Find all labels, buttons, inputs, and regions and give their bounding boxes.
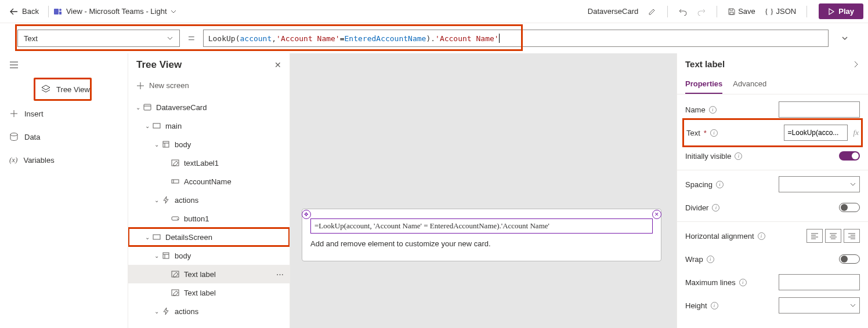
tab-properties[interactable]: Properties [685, 75, 722, 94]
prop-row-halign: Horizontal alignmenti [685, 224, 860, 247]
tree-item-label: main [165, 122, 182, 130]
rail-variables[interactable]: (x) Variables [0, 148, 128, 172]
property-selector-value: Text [24, 34, 38, 43]
info-icon[interactable]: i [735, 152, 742, 160]
tree-item-main[interactable]: ⌄ main [128, 116, 290, 135]
tree-item-body-2[interactable]: ⌄ body [128, 246, 290, 265]
visible-toggle[interactable] [839, 151, 860, 161]
tree-item-textlabel-2[interactable]: Text label [128, 283, 290, 302]
chevron-down-icon[interactable]: ⌄ [153, 141, 161, 148]
separator [677, 170, 868, 170]
info-icon[interactable]: i [716, 181, 724, 188]
height-dropdown[interactable] [779, 297, 860, 314]
info-icon[interactable]: i [711, 302, 718, 309]
prop-label-divider: Divider [685, 203, 708, 212]
tree-item-actions[interactable]: ⌄ actions [128, 191, 290, 209]
rect-icon [151, 233, 162, 241]
tree-item-label: textLabel1 [184, 159, 219, 167]
info-icon[interactable]: i [758, 232, 765, 240]
body-icon [161, 140, 171, 148]
prop-label-maxlines: Maximum lines [685, 278, 736, 287]
tree-item-label: AccountName [184, 177, 232, 186]
edit-name-button[interactable] [644, 3, 660, 20]
tree-item-dataversecard[interactable]: ⌄ DataverseCard [128, 98, 290, 116]
text-input[interactable] [784, 125, 848, 141]
canvas[interactable]: ✥ ✕ =LookUp(account, 'Account Name' = En… [290, 53, 677, 328]
card-name[interactable]: DataverseCard [584, 5, 642, 18]
chevron-down-icon[interactable]: ⌄ [153, 253, 161, 259]
maxlines-input[interactable] [779, 274, 860, 290]
rail-label: Data [24, 133, 40, 141]
tree-item-textlabel1[interactable]: textLabel1 [128, 154, 290, 172]
tree-item-actions-2[interactable]: ⌄ actions [128, 302, 290, 320]
tab-advanced[interactable]: Advanced [733, 75, 766, 94]
hamburger-icon [9, 60, 19, 70]
formula-token: ). [426, 34, 435, 43]
prop-row-text: Text*i fx [685, 121, 860, 144]
chevron-right-icon[interactable] [852, 60, 860, 68]
info-icon[interactable]: i [739, 279, 747, 286]
close-panel-button[interactable]: ✕ [274, 60, 281, 70]
tree-item-detailsscreen[interactable]: ⌄ DetailsScreen [128, 228, 290, 246]
info-icon[interactable]: i [709, 106, 717, 114]
tree-item-textlabel-selected[interactable]: Text label ⋯ [128, 265, 290, 283]
tree-item-more-button[interactable]: ⋯ [276, 270, 290, 279]
name-input[interactable] [779, 101, 860, 118]
property-selector[interactable]: Text [17, 30, 180, 47]
formula-token-ent: EnteredAccountName [345, 34, 426, 43]
tree-item-accountname[interactable]: AccountName [128, 172, 290, 191]
undo-button[interactable] [675, 3, 691, 20]
rail-insert[interactable]: Insert [0, 102, 128, 125]
chevron-down-icon[interactable]: ⌄ [134, 104, 142, 111]
new-screen-button[interactable]: New screen [128, 76, 290, 94]
formula-token: , [272, 34, 276, 43]
align-left-button[interactable] [806, 229, 823, 243]
top-command-bar: Back View - Microsoft Teams - Light Data… [0, 0, 868, 23]
view-switcher[interactable]: View - Microsoft Teams - Light [53, 7, 176, 16]
play-button[interactable]: Play [819, 3, 863, 19]
fx-icon[interactable]: fx [853, 128, 859, 137]
json-button[interactable]: { } JSON [761, 5, 800, 19]
delete-handle-icon[interactable]: ✕ [652, 210, 661, 219]
tree-item-label: DataverseCard [156, 103, 207, 112]
view-label: View - Microsoft Teams - Light [66, 7, 167, 16]
back-button[interactable]: Back [5, 5, 44, 19]
bolt-icon [161, 307, 171, 315]
align-right-button[interactable] [844, 229, 860, 243]
formula-bar: Text = LookUp(account, 'Account Name' = … [0, 23, 868, 53]
card-preview[interactable]: ✥ ✕ =LookUp(account, 'Account Name' = En… [302, 209, 661, 261]
info-icon[interactable]: i [707, 256, 714, 263]
helper-text: Add and remove element to customize your… [310, 239, 653, 248]
spacing-dropdown[interactable] [779, 176, 860, 192]
save-label: Save [738, 7, 755, 16]
tree-item-button1[interactable]: button1 [128, 209, 290, 228]
formula-expand-button[interactable] [836, 29, 854, 48]
rail-hamburger[interactable] [0, 53, 128, 76]
rect-icon [151, 122, 162, 130]
divider-toggle[interactable] [839, 203, 860, 212]
info-icon[interactable]: i [712, 204, 719, 212]
svg-rect-12 [172, 290, 179, 296]
chevron-down-icon[interactable]: ⌄ [153, 308, 161, 315]
save-button[interactable]: Save [724, 5, 759, 18]
chevron-down-icon[interactable]: ⌄ [143, 123, 151, 129]
redo-button [693, 3, 710, 20]
separator [677, 221, 868, 222]
prop-label-height: Height [685, 301, 707, 310]
tree-item-body[interactable]: ⌄ body [128, 135, 290, 154]
properties-tabs: Properties Advanced [677, 75, 868, 94]
formula-input[interactable]: LookUp(account, 'Account Name' = Entered… [203, 30, 829, 47]
info-icon[interactable]: i [710, 129, 718, 137]
rail-data[interactable]: Data [0, 125, 128, 148]
selected-text-element[interactable]: ✥ ✕ =LookUp(account, 'Account Name' = En… [310, 218, 653, 234]
chevron-down-icon[interactable]: ⌄ [143, 234, 151, 240]
align-center-button[interactable] [825, 229, 841, 243]
chevron-down-icon [850, 303, 856, 308]
plus-icon [136, 82, 144, 90]
prop-label-halign: Horizontal alignment [685, 232, 754, 240]
rail-tree-view[interactable]: Tree View [34, 78, 92, 101]
move-handle-icon[interactable]: ✥ [302, 210, 311, 219]
wrap-toggle[interactable] [839, 254, 860, 264]
chevron-down-icon[interactable]: ⌄ [153, 197, 161, 203]
formula-token-fn: LookUp( [208, 34, 240, 43]
